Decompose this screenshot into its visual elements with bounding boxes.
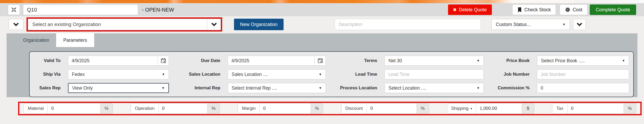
tax-group: Tax %: [552, 103, 636, 114]
check-stock-button[interactable]: Check Stock: [512, 4, 556, 15]
process-location-label: Process Location: [326, 85, 385, 91]
sales-location-label: Sales Location: [169, 72, 228, 77]
terms-label: Terms: [326, 58, 385, 63]
organization-select-value: Select an existing Organization: [28, 22, 207, 27]
valid-to-input[interactable]: [68, 56, 158, 65]
due-date-label: Due Date: [169, 58, 228, 63]
operation-unit: %: [207, 104, 220, 113]
delete-x-icon: ✖: [453, 7, 457, 13]
totals-bar: Material % Operation % Margin % Discount…: [18, 102, 642, 115]
job-number-input[interactable]: [537, 69, 629, 79]
due-date-field: [228, 56, 326, 66]
valid-to-calendar-button[interactable]: [158, 56, 169, 65]
margin-group: Margin %: [238, 103, 323, 114]
lead-time-input[interactable]: [385, 69, 484, 79]
tab-organization[interactable]: Organization: [16, 33, 56, 47]
discount-label: Discount: [342, 104, 367, 113]
operation-label: Operation: [131, 104, 159, 113]
caret-down-icon: ▼: [319, 73, 322, 76]
caret-down-icon: ▾: [471, 107, 472, 110]
tax-label: Tax: [552, 104, 567, 113]
custom-status-select[interactable]: Custom Status... ▼: [491, 19, 570, 30]
terms-value: Net 30: [388, 58, 477, 64]
sales-rep-select[interactable]: View Only ▼: [68, 83, 169, 93]
quote-number-input[interactable]: [23, 4, 138, 15]
quote-detail-panel: Organization Parameters Valid To: [7, 33, 637, 97]
progress-bar: [0, 0, 644, 3]
delete-quote-button[interactable]: ✖ Delete Quote: [448, 4, 492, 15]
gear-icon: [565, 7, 571, 13]
caret-down-icon: ▼: [562, 23, 566, 26]
organization-select-highlight: Select an existing Organization: [26, 17, 222, 32]
form-row: Ship Via Fedex ▼ Sales Location Sales Lo…: [30, 69, 633, 79]
complete-quote-label: Complete Quote: [596, 7, 630, 13]
operation-input[interactable]: [159, 104, 207, 113]
custom-status-value: Custom Status...: [496, 22, 562, 27]
sales-location-value: Sales Location ....: [232, 72, 319, 77]
due-date-input[interactable]: [228, 56, 315, 65]
delete-quote-label: Delete Quote: [459, 7, 487, 13]
internal-rep-select[interactable]: Select Internal Rep .... ▼: [228, 83, 326, 93]
discount-input[interactable]: [367, 104, 417, 113]
organization-bar: Select an existing Organization New Orga…: [0, 16, 644, 33]
calendar-icon: [161, 58, 166, 64]
discount-group: Discount %: [341, 103, 429, 114]
internal-rep-label: Internal Rep: [169, 85, 228, 91]
tab-parameters[interactable]: Parameters: [56, 33, 94, 47]
shipping-group: Shipping ▾ $: [447, 103, 534, 114]
ship-via-select[interactable]: Fedex ▼: [68, 69, 169, 79]
cost-label: Cost: [573, 7, 582, 13]
caret-down-icon: ▼: [162, 86, 165, 90]
material-group: Material %: [24, 103, 113, 114]
parameters-form: Valid To Due Date: [29, 51, 634, 97]
margin-label: Margin: [238, 104, 260, 113]
quote-page: - OPEN-NEW ✖ Delete Quote Check Stock Co…: [0, 0, 644, 124]
sales-rep-label: Sales Rep: [35, 85, 68, 91]
compress-icon: [11, 7, 17, 13]
due-date-calendar-button[interactable]: [315, 56, 326, 65]
material-input[interactable]: [48, 104, 100, 113]
sales-rep-value: View Only: [72, 85, 162, 91]
new-organization-label: New Organization: [240, 22, 278, 27]
process-location-select[interactable]: Select Location .... ▼: [385, 83, 484, 93]
complete-quote-button[interactable]: Complete Quote: [590, 4, 636, 15]
internal-rep-value: Select Internal Rep ....: [232, 85, 319, 91]
price-book-label: Price Book: [484, 58, 537, 63]
tax-input[interactable]: [567, 104, 624, 113]
material-unit: %: [100, 104, 113, 113]
new-organization-button[interactable]: New Organization: [234, 19, 284, 30]
price-book-value: Select Price Book .....: [541, 58, 622, 64]
header-actions: ✖ Delete Quote Check Stock Cost Complete…: [448, 4, 636, 15]
organization-select[interactable]: Select an existing Organization: [28, 19, 221, 30]
cost-button[interactable]: Cost: [560, 4, 587, 15]
sales-location-select[interactable]: Sales Location .... ▼: [228, 69, 326, 79]
lead-time-label: Lead Time: [326, 72, 385, 77]
tab-bar: Organization Parameters: [7, 33, 637, 47]
price-book-select[interactable]: Select Price Book ..... ▼: [537, 56, 629, 66]
collapse-button[interactable]: [8, 4, 20, 15]
caret-down-icon: ▼: [622, 59, 625, 62]
description-input[interactable]: [335, 19, 481, 30]
commission-input[interactable]: [537, 83, 629, 93]
valid-to-field: [68, 56, 169, 66]
chevron-down-icon: [577, 23, 582, 27]
ship-via-value: Fedex: [72, 72, 162, 77]
form-row: Sales Rep View Only ▼ Internal Rep Selec…: [30, 83, 633, 93]
margin-input[interactable]: [260, 104, 311, 113]
expand-quotes-button[interactable]: [9, 19, 23, 30]
terms-select[interactable]: Net 30 ▼: [385, 56, 484, 66]
shipping-type-dropdown[interactable]: Shipping ▾: [447, 104, 476, 113]
margin-unit: %: [311, 104, 323, 113]
quote-status-text: - OPEN-NEW: [142, 7, 174, 13]
chevron-down-icon: [211, 23, 217, 27]
valid-to-label: Valid To: [35, 58, 68, 63]
header-bar: - OPEN-NEW ✖ Delete Quote Check Stock Co…: [0, 3, 644, 16]
bookmark-icon: [517, 7, 522, 13]
job-number-label: Job Number: [484, 72, 537, 77]
caret-down-icon: ▼: [477, 86, 480, 90]
caret-down-icon: ▼: [319, 86, 322, 90]
status-expand-button[interactable]: [573, 19, 586, 30]
organization-select-caret[interactable]: [207, 19, 221, 30]
calendar-icon: [317, 58, 323, 64]
shipping-input[interactable]: [476, 104, 521, 113]
